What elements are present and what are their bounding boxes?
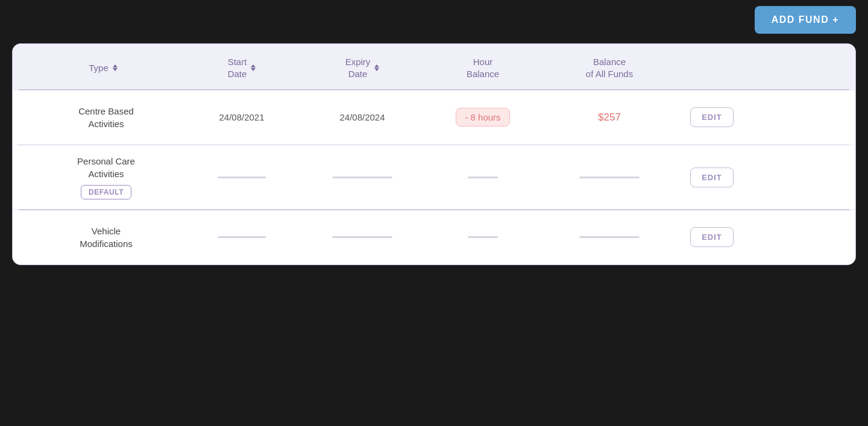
sort-up-icon (374, 64, 379, 67)
sort-up-icon (113, 64, 118, 67)
hour-balance-placeholder-2 (468, 177, 498, 178)
sort-down-icon (374, 68, 379, 71)
type-sort-icon[interactable] (113, 64, 118, 71)
type-cell-1: Centre BasedActivities (25, 95, 181, 140)
start-date-cell-2 (181, 167, 302, 188)
balance-cell-3 (543, 227, 676, 248)
col-type: Type (25, 44, 181, 89)
default-badge-2: DEFAULT (81, 185, 131, 199)
add-fund-label: ADD FUND + (772, 14, 839, 25)
hour-balance-cell-2 (423, 167, 543, 188)
balance-value-1: $257 (598, 111, 621, 124)
add-fund-button[interactable]: ADD FUND + (755, 6, 856, 34)
start-date-placeholder-3 (218, 236, 266, 238)
actions-cell-1: EDIT (676, 98, 748, 137)
start-date-cell-3 (181, 227, 302, 248)
expiry-date-cell-1: 24/08/2024 (302, 102, 423, 132)
expiry-date-placeholder-2 (332, 177, 392, 178)
col-hour-balance: HourBalance (423, 44, 543, 89)
edit-button-1[interactable]: EDIT (690, 107, 734, 127)
balance-placeholder-2 (579, 177, 640, 178)
funds-table: Type StartDate ExpiryDate (12, 43, 856, 265)
col-actions (676, 44, 748, 89)
type-label-3: VehicleModifications (80, 225, 133, 250)
balance-cell-2 (543, 167, 676, 188)
sort-down-icon (113, 68, 118, 71)
type-label-1: Centre BasedActivities (78, 105, 134, 130)
type-cell-3: VehicleModifications (25, 215, 181, 260)
expiry-date-cell-3 (302, 227, 423, 248)
actions-cell-3: EDIT (676, 218, 748, 257)
hour-balance-badge-1: - 8 hours (456, 108, 509, 127)
table-row: Personal CareActivities DEFAULT EDIT (13, 145, 855, 209)
table-row: VehicleModifications EDIT (13, 210, 855, 265)
balance-cell-1: $257 (543, 102, 676, 133)
type-label-2: Personal CareActivities (77, 155, 135, 180)
hour-balance-cell-1: - 8 hours (423, 98, 543, 136)
col-expiry-date: ExpiryDate (302, 44, 423, 89)
balance-placeholder-3 (579, 236, 640, 238)
sort-up-icon (251, 64, 256, 67)
col-balance-all-funds: Balanceof All Funds (543, 44, 676, 89)
expiry-date-cell-2 (302, 167, 423, 188)
page-wrapper: ADD FUND + Type StartDate ExpiryDate (12, 6, 856, 265)
start-date-placeholder-2 (218, 177, 266, 178)
expiry-date-value-1: 24/08/2024 (339, 112, 385, 122)
start-date-value-1: 24/08/2021 (219, 112, 264, 122)
table-row: Centre BasedActivities 24/08/2021 24/08/… (13, 90, 855, 145)
actions-cell-2: EDIT (676, 158, 748, 197)
sort-down-icon (251, 68, 256, 71)
expiry-date-sort-icon[interactable] (374, 64, 379, 71)
edit-button-2[interactable]: EDIT (690, 168, 734, 187)
type-cell-2: Personal CareActivities DEFAULT (25, 145, 181, 209)
col-start-date: StartDate (181, 44, 302, 89)
hour-balance-cell-3 (423, 227, 543, 248)
start-date-sort-icon[interactable] (251, 64, 256, 71)
start-date-cell-1: 24/08/2021 (181, 102, 302, 132)
edit-button-3[interactable]: EDIT (690, 227, 734, 247)
table-header: Type StartDate ExpiryDate (13, 44, 855, 89)
hour-balance-placeholder-3 (468, 236, 498, 238)
expiry-date-placeholder-3 (332, 236, 392, 238)
